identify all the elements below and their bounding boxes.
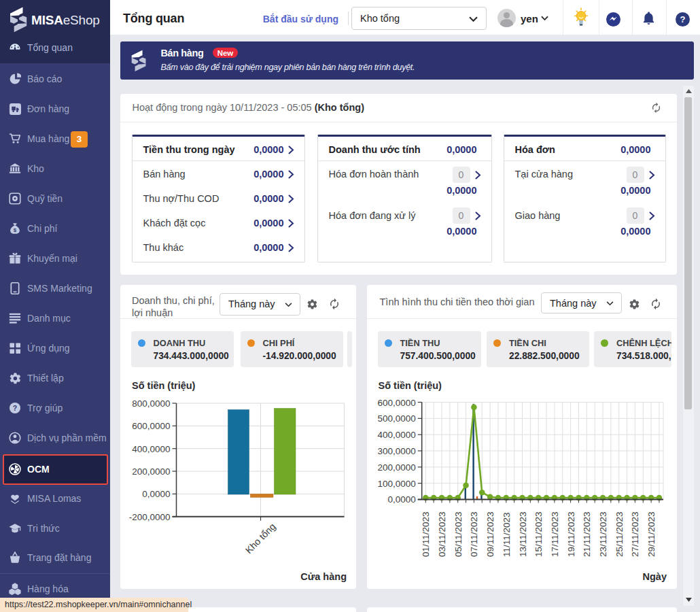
svg-text:19/11/2023: 19/11/2023	[566, 511, 576, 557]
svg-text:800,0000: 800,0000	[132, 398, 170, 409]
svg-text:0,0000: 0,0000	[387, 494, 415, 505]
svg-text:23/11/2023: 23/11/2023	[598, 511, 608, 557]
svg-text:500,0000: 500,0000	[377, 413, 415, 424]
svg-text:600,0000: 600,0000	[377, 398, 415, 408]
svg-text:400,0000: 400,0000	[132, 444, 170, 454]
svg-text:15/11/2023: 15/11/2023	[533, 511, 544, 557]
svg-text:03/11/2023: 03/11/2023	[437, 511, 447, 557]
svg-text:05/11/2023: 05/11/2023	[453, 511, 463, 557]
svg-text:07/11/2023: 07/11/2023	[469, 511, 479, 557]
svg-text:300,0000: 300,0000	[377, 446, 415, 456]
svg-text:-200,0000: -200,0000	[129, 512, 171, 522]
svg-text:29/11/2023: 29/11/2023	[646, 511, 657, 557]
svg-text:200,0000: 200,0000	[132, 466, 170, 477]
svg-text:0,0000: 0,0000	[142, 489, 170, 499]
svg-text:09/11/2023: 09/11/2023	[485, 511, 495, 557]
svg-text:600,0000: 600,0000	[132, 421, 170, 431]
svg-text:21/11/2023: 21/11/2023	[582, 511, 592, 557]
svg-text:25/11/2023: 25/11/2023	[614, 511, 625, 557]
svg-text:11/11/2023: 11/11/2023	[502, 512, 512, 557]
svg-text:$: $	[14, 227, 17, 233]
svg-text:?: ?	[13, 405, 17, 412]
svg-text:400,0000: 400,0000	[377, 430, 415, 440]
svg-text:13/11/2023: 13/11/2023	[518, 511, 528, 557]
svg-text:17/11/2023: 17/11/2023	[550, 511, 560, 557]
svg-text:100,0000: 100,0000	[377, 479, 415, 489]
svg-text:?: ?	[680, 14, 685, 24]
svg-text:27/11/2023: 27/11/2023	[630, 511, 640, 557]
svg-text:01/11/2023: 01/11/2023	[421, 511, 431, 557]
svg-text:200,0000: 200,0000	[377, 462, 415, 473]
